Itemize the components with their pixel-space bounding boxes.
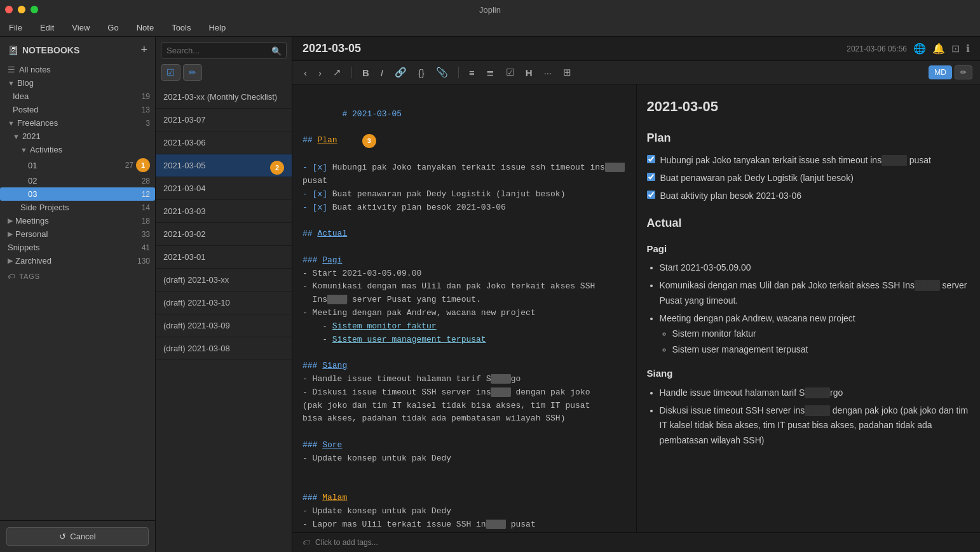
bold-button[interactable]: B [358, 65, 373, 80]
preview-siang-list: Handle issue timeout halaman tarif S████… [647, 386, 970, 448]
notebooks-icon: 📓 [8, 45, 18, 55]
badge-1: 1 [136, 158, 150, 172]
globe-icon[interactable]: 🌐 [913, 43, 926, 55]
mode-buttons: MD ✏ [929, 65, 972, 79]
unordered-list-button[interactable]: ≡ [465, 65, 479, 80]
list-item: Handle issue timeout halaman tarif S████… [660, 386, 970, 401]
plan-item-3: Buat aktivity plan besok 2021-03-06 [647, 189, 970, 204]
sidebar-item-03[interactable]: 03 12 [0, 187, 155, 201]
list-item: Komunikasi dengan mas Ulil dan pak Joko … [660, 278, 970, 309]
sidebar-item-blog[interactable]: ▼ Blog [0, 76, 155, 90]
plan-item-1: Hubungi pak Joko tanyakan terkait issue … [647, 153, 970, 168]
list-item: Sistem user management terpusat [672, 342, 970, 358]
preview-actual-heading: Actual [647, 213, 970, 233]
note-item[interactable]: 2021-03-03 [156, 200, 292, 223]
plan-checkbox-3[interactable] [647, 191, 655, 199]
preview-pagi-list: Start 2021-03-05.09.00 Komunikasi dengan… [647, 260, 970, 358]
menu-tools[interactable]: Tools [168, 22, 194, 34]
note-item[interactable]: (draft) 2021-03-09 [156, 314, 292, 337]
sidebar-item-freelances[interactable]: ▼ Freelances 3 [0, 116, 155, 130]
note-item[interactable]: (draft) 2021-03-xx [156, 269, 292, 292]
new-note-button[interactable]: ✏ [183, 64, 202, 81]
arrow-icon: ▼ [13, 133, 20, 140]
note-title: 2021-03-05 [303, 42, 361, 55]
menu-note[interactable]: Note [133, 22, 158, 34]
tags-section-label[interactable]: 🏷 TAGS [0, 267, 155, 283]
close-button[interactable] [5, 6, 13, 13]
menu-file[interactable]: File [5, 22, 26, 34]
source-editor[interactable]: # 2021-03-05 ## Plan 3 - [x] Hubungi pak… [292, 84, 637, 532]
plan-checkbox-2[interactable] [647, 173, 655, 181]
attachment-button[interactable]: 📎 [432, 65, 452, 80]
toolbar-separator [458, 67, 459, 78]
sidebar-item-activities[interactable]: ▼ Activities [0, 143, 155, 156]
editor: 2021-03-05 2021-03-06 05:56 🌐 🔔 ⊡ ℹ ‹ › … [292, 37, 980, 552]
arrow-icon: ▼ [8, 119, 15, 127]
note-list: 🔍 ☑ ✏ 2021-03-xx (Monthly Checklist) 202… [156, 37, 292, 552]
sidebar-item-2021[interactable]: ▼ 2021 [0, 130, 155, 143]
note-list-scroll: 2021-03-xx (Monthly Checklist) 2021-03-0… [156, 86, 292, 552]
more-button[interactable]: ··· [540, 65, 556, 80]
arrow-icon: ▶ [8, 217, 13, 225]
note-item-active[interactable]: 2021-03-05 2 [156, 154, 292, 177]
badge-2: 2 [270, 161, 284, 175]
add-notebook-button[interactable]: + [140, 43, 147, 57]
editor-toolbar: ‹ › ↗ B I 🔗 {} 📎 ≡ ≣ ☑ H ··· ⊞ MD ✏ [292, 61, 980, 84]
plan-checkbox-1[interactable] [647, 155, 655, 163]
sidebar-item-posted[interactable]: Posted 13 [0, 103, 155, 116]
sidebar-item-02[interactable]: 02 28 [0, 174, 155, 187]
sidebar: 📓 NOTEBOOKS + ☰ All notes ▼ Blog Idea 19… [0, 37, 156, 552]
bell-icon[interactable]: 🔔 [932, 43, 945, 55]
menu-view[interactable]: View [68, 22, 93, 34]
header-icons: 2021-03-06 05:56 🌐 🔔 ⊡ ℹ [847, 43, 970, 55]
md-button[interactable]: MD [929, 65, 952, 79]
ordered-list-button[interactable]: ≣ [482, 65, 498, 80]
heading-button[interactable]: H [522, 65, 536, 80]
window-icon[interactable]: ⊡ [951, 43, 960, 55]
link-button[interactable]: 🔗 [391, 65, 411, 80]
note-item[interactable]: 2021-03-04 [156, 177, 292, 200]
footer-tags-label[interactable]: Click to add tags... [315, 538, 378, 547]
preview-sub-list: Sistem monitor faktur Sistem user manage… [660, 326, 970, 358]
checklist-button[interactable]: ☑ [502, 65, 518, 80]
menu-help[interactable]: Help [205, 22, 229, 34]
info-icon[interactable]: ℹ [966, 43, 970, 55]
menu-edit[interactable]: Edit [36, 22, 58, 34]
note-item[interactable]: 2021-03-xx (Monthly Checklist) [156, 86, 292, 109]
minimize-button[interactable] [18, 6, 25, 13]
back-button[interactable]: ‹ [300, 65, 311, 80]
sidebar-all-notes[interactable]: ☰ All notes [0, 63, 155, 76]
search-input[interactable] [161, 42, 287, 59]
arrow-icon: ▶ [8, 257, 13, 265]
forward-button[interactable]: › [315, 65, 325, 80]
window-controls[interactable] [5, 6, 38, 13]
cancel-button[interactable]: ↺ Cancel [6, 527, 149, 546]
sidebar-item-side-projects[interactable]: Side Projects 14 [0, 201, 155, 214]
note-item[interactable]: 2021-03-06 [156, 131, 292, 154]
code-button[interactable]: {} [414, 65, 428, 80]
note-item[interactable]: (draft) 2021-03-10 [156, 292, 292, 314]
maximize-button[interactable] [31, 6, 38, 13]
note-item[interactable]: (draft) 2021-03-08 [156, 337, 292, 360]
sidebar-item-zarchived[interactable]: ▶ Zarchived 130 [0, 254, 155, 267]
italic-button[interactable]: I [377, 65, 387, 80]
menubar: File Edit View Go Note Tools Help [0, 19, 980, 37]
sidebar-item-01[interactable]: 01 27 1 [0, 156, 155, 174]
sidebar-item-snippets[interactable]: Snippets 41 [0, 241, 155, 254]
tag-icon: 🏷 [8, 273, 15, 280]
checklist-button[interactable]: ☑ [161, 64, 180, 81]
sidebar-item-meetings[interactable]: ▶ Meetings 18 [0, 214, 155, 227]
table-button[interactable]: ⊞ [559, 65, 575, 80]
external-link-button[interactable]: ↗ [329, 65, 345, 80]
note-item[interactable]: 2021-03-01 [156, 246, 292, 269]
search-wrap: 🔍 [161, 42, 287, 59]
sidebar-item-personal[interactable]: ▶ Personal 33 [0, 227, 155, 241]
arrow-icon: ▼ [20, 146, 27, 154]
arrow-icon: ▼ [8, 79, 15, 87]
note-item[interactable]: 2021-03-02 [156, 223, 292, 246]
edit-button[interactable]: ✏ [955, 65, 972, 79]
sidebar-item-idea[interactable]: Idea 19 [0, 90, 155, 103]
note-item[interactable]: 2021-03-07 [156, 109, 292, 131]
editor-footer: 🏷 Click to add tags... [292, 532, 980, 552]
menu-go[interactable]: Go [104, 22, 122, 34]
